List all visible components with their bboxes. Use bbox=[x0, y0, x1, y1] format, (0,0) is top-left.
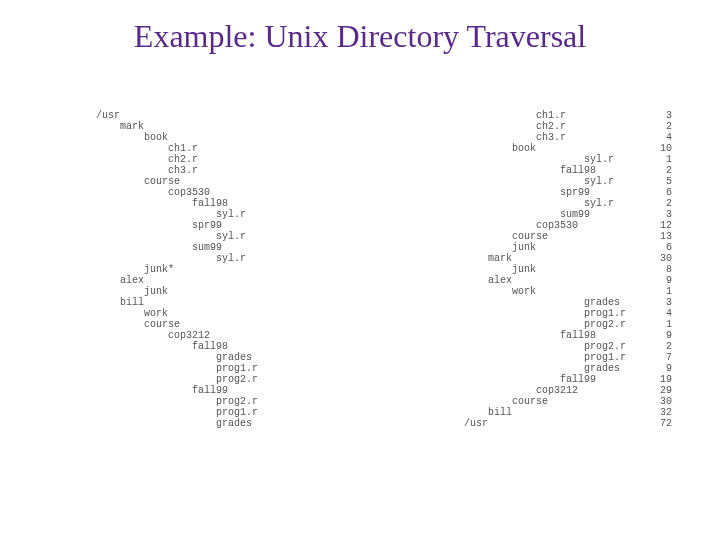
tree-line: prog1.r bbox=[96, 363, 356, 374]
size-row: syl.r5 bbox=[416, 176, 676, 187]
tree-line: syl.r bbox=[96, 209, 356, 220]
entry-size: 6 bbox=[648, 187, 676, 198]
directory-tree-right: ch1.r3 ch2.r2 ch3.r4 book10 syl.r1 fall9… bbox=[416, 110, 676, 429]
directory-tree-left: /usr mark book ch1.r ch2.r ch3.r course … bbox=[96, 110, 356, 429]
size-row: mark30 bbox=[416, 253, 676, 264]
size-row: junk6 bbox=[416, 242, 676, 253]
entry-name: ch3.r bbox=[416, 132, 566, 143]
entry-name: junk bbox=[416, 242, 536, 253]
tree-line: syl.r bbox=[96, 253, 356, 264]
size-row: prog2.r2 bbox=[416, 341, 676, 352]
entry-name: ch1.r bbox=[416, 110, 566, 121]
tree-line: course bbox=[96, 176, 356, 187]
tree-line: sum99 bbox=[96, 242, 356, 253]
entry-size: 2 bbox=[648, 121, 676, 132]
size-row: syl.r1 bbox=[416, 154, 676, 165]
tree-line: fall98 bbox=[96, 341, 356, 352]
tree-line: fall98 bbox=[96, 198, 356, 209]
entry-size: 30 bbox=[648, 396, 676, 407]
entry-size: 12 bbox=[648, 220, 676, 231]
tree-line: cop3212 bbox=[96, 330, 356, 341]
tree-line: prog1.r bbox=[96, 407, 356, 418]
entry-size: 10 bbox=[648, 143, 676, 154]
size-row: book10 bbox=[416, 143, 676, 154]
entry-name: prog2.r bbox=[416, 319, 626, 330]
entry-size: 3 bbox=[648, 297, 676, 308]
tree-line: ch1.r bbox=[96, 143, 356, 154]
entry-name: book bbox=[416, 143, 536, 154]
size-row: fall989 bbox=[416, 330, 676, 341]
size-row: alex9 bbox=[416, 275, 676, 286]
entry-name: syl.r bbox=[416, 176, 614, 187]
tree-line: work bbox=[96, 308, 356, 319]
entry-name: course bbox=[416, 396, 548, 407]
entry-name: junk bbox=[416, 264, 536, 275]
entry-size: 6 bbox=[648, 242, 676, 253]
size-row: cop321229 bbox=[416, 385, 676, 396]
tree-line: prog2.r bbox=[96, 374, 356, 385]
tree-line: grades bbox=[96, 418, 356, 429]
entry-size: 1 bbox=[648, 319, 676, 330]
tree-line: junk* bbox=[96, 264, 356, 275]
size-row: prog1.r4 bbox=[416, 308, 676, 319]
entry-name: ch2.r bbox=[416, 121, 566, 132]
entry-name: course bbox=[416, 231, 548, 242]
entry-size: 3 bbox=[648, 209, 676, 220]
entry-size: 2 bbox=[648, 341, 676, 352]
entry-size: 9 bbox=[648, 330, 676, 341]
entry-size: 7 bbox=[648, 352, 676, 363]
size-row: sum993 bbox=[416, 209, 676, 220]
size-row: prog1.r7 bbox=[416, 352, 676, 363]
tree-line: fall99 bbox=[96, 385, 356, 396]
entry-name: cop3530 bbox=[416, 220, 578, 231]
entry-name: prog1.r bbox=[416, 308, 626, 319]
entry-size: 5 bbox=[648, 176, 676, 187]
content: /usr mark book ch1.r ch2.r ch3.r course … bbox=[0, 110, 720, 429]
entry-size: 9 bbox=[648, 275, 676, 286]
entry-size: 19 bbox=[648, 374, 676, 385]
entry-size: 1 bbox=[648, 154, 676, 165]
entry-size: 30 bbox=[648, 253, 676, 264]
tree-line: junk bbox=[96, 286, 356, 297]
tree-line: course bbox=[96, 319, 356, 330]
size-row: ch1.r3 bbox=[416, 110, 676, 121]
entry-size: 4 bbox=[648, 132, 676, 143]
entry-name: syl.r bbox=[416, 154, 614, 165]
tree-line: ch2.r bbox=[96, 154, 356, 165]
entry-name: grades bbox=[416, 297, 620, 308]
tree-line: grades bbox=[96, 352, 356, 363]
entry-size: 13 bbox=[648, 231, 676, 242]
slide-title: Example: Unix Directory Traversal bbox=[0, 0, 720, 55]
entry-size: 32 bbox=[648, 407, 676, 418]
entry-size: 2 bbox=[648, 198, 676, 209]
entry-name: spr99 bbox=[416, 187, 590, 198]
entry-name: bill bbox=[416, 407, 512, 418]
entry-size: 2 bbox=[648, 165, 676, 176]
size-row: work1 bbox=[416, 286, 676, 297]
tree-line: spr99 bbox=[96, 220, 356, 231]
size-row: ch3.r4 bbox=[416, 132, 676, 143]
entry-name: alex bbox=[416, 275, 512, 286]
tree-line: alex bbox=[96, 275, 356, 286]
tree-line: prog2.r bbox=[96, 396, 356, 407]
tree-line: ch3.r bbox=[96, 165, 356, 176]
tree-line: bill bbox=[96, 297, 356, 308]
tree-line: mark bbox=[96, 121, 356, 132]
size-row: cop353012 bbox=[416, 220, 676, 231]
entry-name: fall98 bbox=[416, 330, 596, 341]
entry-name: /usr bbox=[416, 418, 488, 429]
size-row: bill32 bbox=[416, 407, 676, 418]
size-row: ch2.r2 bbox=[416, 121, 676, 132]
entry-name: sum99 bbox=[416, 209, 590, 220]
tree-line: book bbox=[96, 132, 356, 143]
size-row: syl.r2 bbox=[416, 198, 676, 209]
entry-name: fall98 bbox=[416, 165, 596, 176]
entry-size: 1 bbox=[648, 286, 676, 297]
entry-size: 72 bbox=[648, 418, 676, 429]
entry-size: 9 bbox=[648, 363, 676, 374]
entry-name: prog1.r bbox=[416, 352, 626, 363]
size-row: prog2.r1 bbox=[416, 319, 676, 330]
entry-name: grades bbox=[416, 363, 620, 374]
entry-name: work bbox=[416, 286, 536, 297]
entry-size: 8 bbox=[648, 264, 676, 275]
